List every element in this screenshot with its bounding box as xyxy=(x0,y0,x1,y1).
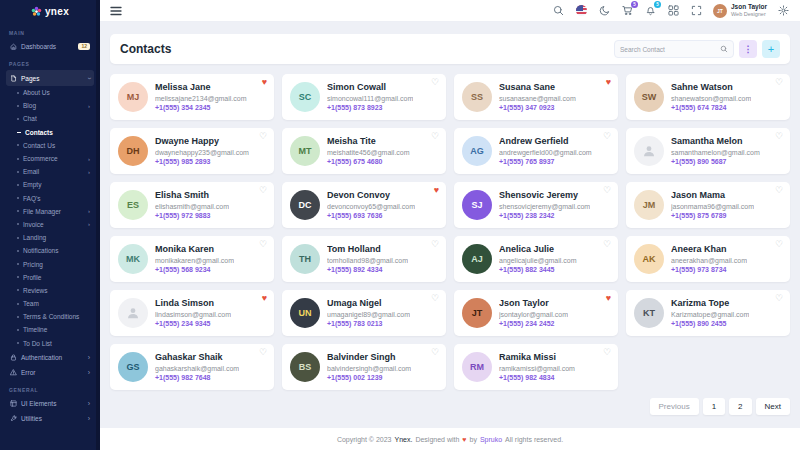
add-contact-button[interactable]: + xyxy=(762,40,780,58)
search-contact-input[interactable] xyxy=(620,46,720,53)
contact-phone[interactable]: +1(555) 973 8734 xyxy=(671,265,747,275)
heart-outline-icon[interactable]: ♡ xyxy=(431,240,439,249)
sidebar-item-empty[interactable]: Empty xyxy=(6,178,94,191)
heart-outline-icon[interactable]: ♡ xyxy=(775,240,783,249)
user-menu[interactable]: JT Json Taylor Web Designer xyxy=(713,3,767,18)
heart-outline-icon[interactable]: ♡ xyxy=(259,348,267,357)
sidebar-item-dashboards[interactable]: Dashboards12 xyxy=(6,39,94,54)
heart-outline-icon[interactable]: ♡ xyxy=(775,132,783,141)
heart-outline-icon[interactable]: ♡ xyxy=(603,240,611,249)
heart-outline-icon[interactable]: ♡ xyxy=(775,78,783,87)
contact-phone[interactable]: +1(555) 882 3445 xyxy=(499,265,577,275)
pagination-previous-button[interactable]: Previous xyxy=(650,398,699,415)
contact-phone[interactable]: +1(555) 985 2893 xyxy=(155,157,249,167)
sidebar-item-invoice[interactable]: Invoice› xyxy=(6,218,94,231)
heart-outline-icon[interactable]: ♡ xyxy=(603,348,611,357)
sidebar-item-notifications[interactable]: Notifications xyxy=(6,244,94,257)
sidebar-item-error[interactable]: Error› xyxy=(6,365,94,380)
contact-card[interactable]: DCDevon Convoydevonconvoy65@gmail.com+1(… xyxy=(282,182,446,228)
more-options-button[interactable]: ⋮ xyxy=(739,40,757,58)
sidebar-item-ui-elements[interactable]: UI Elements› xyxy=(6,396,94,411)
contact-card[interactable]: ESElisha Smithelishasmith@gmail.com+1(55… xyxy=(110,182,274,228)
favorite-heart-icon[interactable]: ♥ xyxy=(606,78,611,87)
contact-phone[interactable]: +1(555) 347 0923 xyxy=(499,103,576,113)
settings-gear-icon[interactable] xyxy=(776,4,790,18)
contact-card[interactable]: UNUmaga Nigelumaganigel89@gmail.com+1(55… xyxy=(282,290,446,336)
contact-phone[interactable]: +1(555) 693 7636 xyxy=(327,211,415,221)
contact-card[interactable]: Samantha Melonsamanthamelon@gmail.com+1(… xyxy=(626,128,790,174)
search-icon[interactable] xyxy=(552,4,566,18)
sidebar-item-utilities[interactable]: Utilities› xyxy=(6,411,94,426)
contact-phone[interactable]: +1(555) 234 9345 xyxy=(155,319,231,329)
contact-phone[interactable]: +1(555) 873 8923 xyxy=(327,103,413,113)
contact-phone[interactable]: +1(555) 234 2452 xyxy=(499,319,568,329)
heart-outline-icon[interactable]: ♡ xyxy=(775,186,783,195)
contact-phone[interactable]: +1(555) 890 2455 xyxy=(671,319,749,329)
sidebar-item-authentication[interactable]: Authentication› xyxy=(6,350,94,365)
contact-phone[interactable]: +1(555) 875 6789 xyxy=(671,211,754,221)
us-flag-icon[interactable] xyxy=(575,4,589,18)
contact-phone[interactable]: +1(555) 674 7824 xyxy=(671,103,751,113)
contact-card[interactable]: MTMeisha Titemeishatite456@gmail.com+1(5… xyxy=(282,128,446,174)
contact-phone[interactable]: +1(555) 892 4334 xyxy=(327,265,408,275)
contact-card[interactable]: RMRamika Missiramikamissi@gmail.com+1(55… xyxy=(454,344,618,390)
moon-icon[interactable] xyxy=(598,4,612,18)
contact-card[interactable]: SCSimon Cowallsimoncowal111@gmail.com+1(… xyxy=(282,74,446,120)
heart-outline-icon[interactable]: ♡ xyxy=(431,348,439,357)
sidebar-item-chat[interactable]: Chat xyxy=(6,112,94,125)
heart-outline-icon[interactable]: ♡ xyxy=(259,132,267,141)
favorite-heart-icon[interactable]: ♥ xyxy=(262,294,267,303)
menu-icon[interactable] xyxy=(110,5,122,17)
sidebar-item-email[interactable]: Email› xyxy=(6,165,94,178)
contact-card[interactable]: Linda Simsonlindasimson@gmail.com+1(555)… xyxy=(110,290,274,336)
contact-card[interactable]: THTom Hollandtomholland98@gmail.com+1(55… xyxy=(282,236,446,282)
brand-logo[interactable]: ynex xyxy=(0,0,100,22)
contact-card[interactable]: AJAnelica Julieangelicajulie@gmail.com+1… xyxy=(454,236,618,282)
sidebar-item-contacts[interactable]: Contacts xyxy=(6,126,94,139)
search-icon[interactable] xyxy=(720,45,728,53)
heart-outline-icon[interactable]: ♡ xyxy=(431,78,439,87)
pagination-next-button[interactable]: Next xyxy=(756,398,790,415)
heart-outline-icon[interactable]: ♡ xyxy=(259,186,267,195)
contact-phone[interactable]: +1(555) 675 4680 xyxy=(327,157,410,167)
contact-card[interactable]: AKAneera Khananeerakhan@gmail.com+1(555)… xyxy=(626,236,790,282)
contact-phone[interactable]: +1(555) 890 5687 xyxy=(671,157,760,167)
sidebar-item-team[interactable]: Team xyxy=(6,297,94,310)
heart-outline-icon[interactable]: ♡ xyxy=(775,294,783,303)
contact-phone[interactable]: +1(555) 765 8937 xyxy=(499,157,592,167)
contact-card[interactable]: DHDwayne Happydwaynehappy235@gmail.com+1… xyxy=(110,128,274,174)
contact-card[interactable]: AGAndrew Gerfieldandrewgerfield00@gmail.… xyxy=(454,128,618,174)
favorite-heart-icon[interactable]: ♥ xyxy=(434,186,439,195)
contact-phone[interactable]: +1(555) 982 4834 xyxy=(499,373,575,383)
cart-icon[interactable]: 5 xyxy=(621,4,635,18)
footer-spruko-link[interactable]: Spruko xyxy=(480,436,502,443)
contact-card[interactable]: BSBalvinder Singhbalvindersingh@gmail.co… xyxy=(282,344,446,390)
sidebar-item-pricing[interactable]: Pricing xyxy=(6,257,94,270)
contact-phone[interactable]: +1(555) 982 7648 xyxy=(155,373,239,383)
heart-outline-icon[interactable]: ♡ xyxy=(431,132,439,141)
sidebar-item-reviews[interactable]: Reviews xyxy=(6,284,94,297)
pagination-page-2-button[interactable]: 2 xyxy=(729,398,751,415)
contact-phone[interactable]: +1(555) 238 2342 xyxy=(499,211,590,221)
contact-phone[interactable]: +1(555) 972 9883 xyxy=(155,211,229,221)
sidebar-item-to-do-list[interactable]: To Do List xyxy=(6,337,94,350)
contact-phone[interactable]: +1(555) 002 1239 xyxy=(327,373,411,383)
contact-phone[interactable]: +1(555) 783 0213 xyxy=(327,319,410,329)
contact-card[interactable]: KTKarizma TopeKarizmatope@gmail.com+1(55… xyxy=(626,290,790,336)
contact-card[interactable]: SJShensovic Jeremyshensovicjeremy@gmail.… xyxy=(454,182,618,228)
contact-card[interactable]: MJMelissa Janemelissajane2134@gmail.com+… xyxy=(110,74,274,120)
heart-outline-icon[interactable]: ♡ xyxy=(603,132,611,141)
heart-outline-icon[interactable]: ♡ xyxy=(603,186,611,195)
sidebar-item-pages[interactable]: Pages› xyxy=(6,70,94,86)
contact-card[interactable]: JMJason Mamajasonmama96@gmail.com+1(555)… xyxy=(626,182,790,228)
contact-card[interactable]: MKMonika Karenmonikakaren@gmail.com+1(55… xyxy=(110,236,274,282)
sidebar-item-file-manager[interactable]: File Manager› xyxy=(6,205,94,218)
apps-grid-icon[interactable] xyxy=(667,4,681,18)
sidebar-item-contact-us[interactable]: Contact Us xyxy=(6,139,94,152)
favorite-heart-icon[interactable]: ♥ xyxy=(262,78,267,87)
favorite-heart-icon[interactable]: ♥ xyxy=(606,294,611,303)
sidebar-item-blog[interactable]: Blog› xyxy=(6,99,94,112)
sidebar-item-faq-s[interactable]: FAQ's xyxy=(6,192,94,205)
sidebar-item-ecommerce[interactable]: Ecommerce› xyxy=(6,152,94,165)
sidebar-item-timeline[interactable]: Timeline xyxy=(6,323,94,336)
